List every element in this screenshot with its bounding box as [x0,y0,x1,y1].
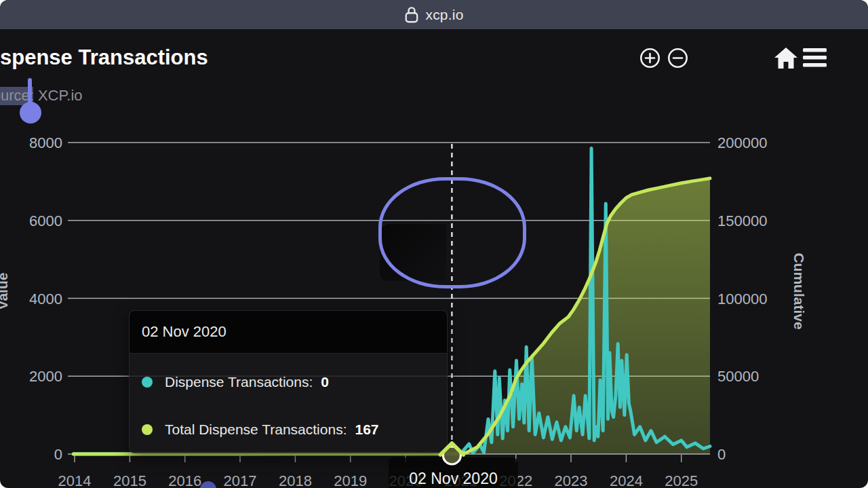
browser-screen: xcp.io Dispense Transactions Source: XCP… [0,0,868,488]
selected-point-marker[interactable] [0,0,868,488]
